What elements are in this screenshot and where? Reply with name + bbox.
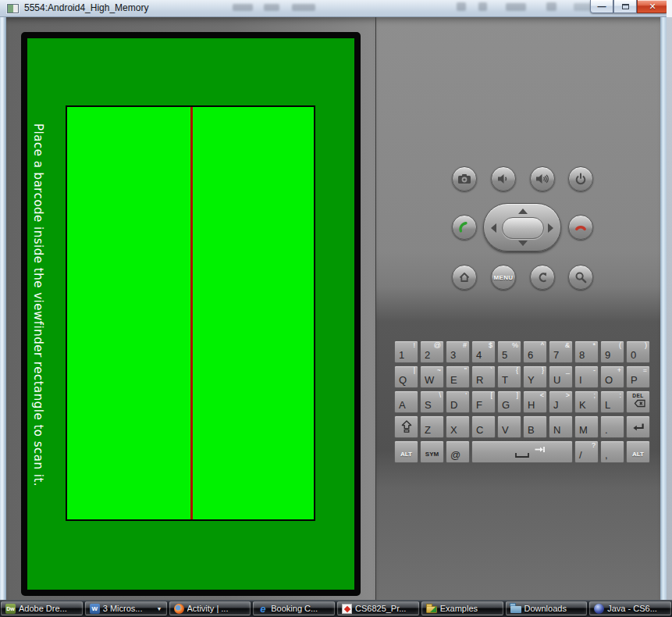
back-button[interactable]: [530, 265, 555, 290]
keyboard-row: ZXCVBNM.: [394, 415, 650, 438]
dpad-center-button[interactable]: [502, 217, 544, 239]
dreamweaver-icon: Dw: [5, 604, 16, 614]
key-@[interactable]: @: [446, 440, 470, 463]
key-e[interactable]: E": [446, 366, 470, 388]
volume-down-button[interactable]: [491, 166, 516, 191]
key-4[interactable]: 4$: [471, 341, 496, 363]
key-.[interactable]: .: [600, 415, 624, 438]
camera-button[interactable]: [452, 166, 477, 191]
key-shift-label: $: [489, 341, 492, 349]
key-main-label: W: [425, 374, 434, 386]
key-v[interactable]: V: [497, 415, 521, 438]
volume-up-button[interactable]: [530, 166, 555, 191]
taskbar-button-booking-c[interactable]: eBooking C...: [253, 601, 335, 615]
dpad-right-icon[interactable]: [548, 223, 553, 233]
key-alt[interactable]: ALT: [626, 440, 650, 463]
key-d[interactable]: D': [446, 391, 470, 413]
key-h[interactable]: H<: [523, 391, 547, 413]
key-c[interactable]: C: [471, 415, 496, 438]
key-w[interactable]: W~: [420, 366, 444, 388]
key-b[interactable]: B: [523, 415, 547, 438]
viewfinder-rectangle[interactable]: [66, 105, 315, 521]
scan-laser-line: [190, 107, 193, 519]
taskbar-button-downloads[interactable]: Downloads: [506, 601, 588, 615]
key-shift-label: =: [643, 366, 647, 374]
key-5[interactable]: 5%: [497, 341, 521, 363]
key-y[interactable]: Y}: [523, 366, 547, 388]
end-call-button[interactable]: [568, 215, 593, 240]
maximize-button[interactable]: [613, 0, 637, 13]
key-a[interactable]: A: [394, 391, 418, 413]
key-p[interactable]: P=: [626, 366, 650, 388]
key-k[interactable]: K;: [574, 391, 599, 413]
key-x[interactable]: X: [446, 415, 470, 438]
key-f[interactable]: F[: [471, 391, 496, 413]
titlebar[interactable]: 5554:Android4_High_Memory — ✕: [0, 0, 672, 17]
key-alt[interactable]: ALT: [394, 440, 418, 463]
key-space[interactable]: [471, 440, 573, 463]
key-main-label: S: [425, 399, 432, 411]
key-8[interactable]: 8*: [574, 341, 599, 363]
key-s[interactable]: S\: [420, 391, 444, 413]
key-u[interactable]: U_: [549, 366, 573, 388]
key-2[interactable]: 2@: [420, 341, 444, 363]
taskbar-button-3-micros[interactable]: W3 Micros...▼: [85, 601, 167, 615]
dpad[interactable]: [483, 203, 561, 251]
home-button[interactable]: [452, 265, 477, 290]
emulator-window: 5554:Android4_High_Memory — ✕ Place a ba…: [0, 0, 672, 617]
key-shift-label: _: [566, 366, 570, 374]
key-j[interactable]: J>: [549, 391, 573, 413]
key-shift[interactable]: [394, 415, 418, 438]
taskbar-button-cs6825-pr[interactable]: CS6825_Pr...: [337, 601, 419, 615]
call-button[interactable]: [452, 215, 477, 240]
key-main-label: J: [553, 399, 559, 411]
dpad-up-icon[interactable]: [518, 209, 528, 214]
minimize-button[interactable]: —: [590, 0, 613, 13]
key-enter[interactable]: [626, 415, 650, 438]
key-n[interactable]: N: [549, 415, 573, 438]
key-shift-label: #: [463, 341, 467, 349]
key-/[interactable]: /?: [574, 440, 599, 463]
sym-label: SYM: [421, 451, 443, 458]
background-smudge: [478, 2, 487, 11]
taskbar-button-examples[interactable]: Examples: [421, 601, 503, 615]
key-,[interactable]: ,: [600, 440, 624, 463]
search-button[interactable]: [568, 265, 593, 290]
key-o[interactable]: O+: [600, 366, 624, 388]
key-shift-label: |: [414, 366, 415, 374]
close-button[interactable]: ✕: [637, 0, 668, 13]
key-main-label: @: [450, 449, 460, 461]
key-6[interactable]: 6^: [523, 341, 547, 363]
key-0[interactable]: 0): [626, 341, 650, 363]
key-main-label: 6: [528, 349, 533, 361]
window-border-right: [660, 17, 667, 600]
phone-screen[interactable]: Place a barcode inside the viewfinder re…: [27, 38, 354, 590]
key-main-label: P: [631, 374, 638, 386]
key-3[interactable]: 3#: [446, 341, 470, 363]
key-z[interactable]: Z: [420, 415, 444, 438]
key-l[interactable]: L:: [600, 391, 624, 413]
key-m[interactable]: M: [574, 415, 599, 438]
key-g[interactable]: G]: [497, 391, 521, 413]
power-button[interactable]: [568, 166, 593, 191]
key-t[interactable]: T{: [497, 366, 521, 388]
dpad-down-icon[interactable]: [518, 241, 528, 246]
key-sym[interactable]: SYM: [420, 440, 444, 463]
taskbar-button-activity[interactable]: Activity | ...: [169, 601, 251, 615]
group-dropdown-icon[interactable]: ▼: [157, 606, 162, 612]
key-shift-label: @: [434, 341, 441, 349]
key-q[interactable]: Q|: [394, 366, 418, 388]
key-main-label: 3: [450, 349, 456, 361]
dpad-left-icon[interactable]: [491, 223, 496, 233]
key-i[interactable]: I-: [574, 366, 599, 388]
key-del[interactable]: DEL: [626, 391, 650, 413]
key-main-label: M: [579, 424, 588, 436]
key-7[interactable]: 7&: [549, 341, 573, 363]
taskbar-button-adobe-dre[interactable]: DwAdobe Dre...: [1, 601, 83, 615]
key-r[interactable]: R`: [471, 366, 496, 388]
background-smudge: [264, 4, 279, 11]
taskbar-button-java-cs6[interactable]: Java - CS6...: [589, 601, 671, 615]
key-1[interactable]: 1!: [394, 341, 418, 363]
key-9[interactable]: 9(: [600, 341, 624, 363]
menu-button[interactable]: MENU: [491, 265, 516, 290]
